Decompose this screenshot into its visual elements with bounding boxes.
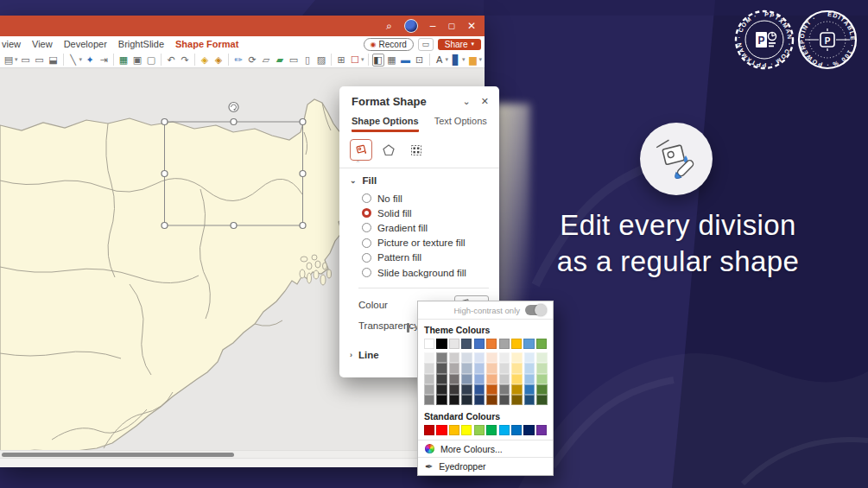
color-swatch[interactable] (511, 339, 522, 349)
color-swatch[interactable] (436, 363, 447, 373)
align-objects-icon[interactable]: ✦ (84, 54, 96, 67)
high-contrast-toggle[interactable] (525, 305, 546, 315)
color-swatch[interactable] (449, 352, 459, 363)
screenshot-icon[interactable]: ⬓ (48, 54, 60, 67)
color-swatch[interactable] (499, 374, 510, 384)
color-swatch[interactable] (474, 384, 485, 395)
minimize-icon[interactable]: – (430, 21, 436, 31)
menu-tab-developer[interactable]: Developer (64, 39, 107, 49)
color-swatch[interactable] (486, 374, 497, 384)
color-swatch[interactable] (524, 384, 535, 395)
share-button[interactable]: Share▾ (438, 39, 481, 50)
picture-frame-icon[interactable]: ▭ (34, 54, 46, 67)
reset-icon[interactable]: ⟳ (246, 54, 258, 67)
distribute-icon[interactable]: ⇥ (98, 54, 110, 67)
color-swatch[interactable] (511, 384, 522, 395)
group-icon[interactable]: ◈ (199, 54, 211, 67)
fill-option-gradient-fill[interactable]: Gradient fill (339, 220, 499, 235)
color-swatch[interactable] (474, 363, 485, 373)
color-swatch[interactable] (461, 339, 472, 349)
color-swatch[interactable] (436, 352, 447, 363)
color-swatch[interactable] (511, 425, 522, 435)
phone-icon[interactable]: ▯ (301, 54, 314, 67)
color-swatch[interactable] (499, 395, 510, 405)
color-swatch[interactable] (511, 363, 522, 373)
horizontal-scrollbar[interactable] (0, 450, 485, 458)
chevron-down-icon[interactable]: ▾ (462, 56, 466, 63)
restore-icon[interactable]: ▢ (447, 22, 455, 30)
color-swatch[interactable] (424, 425, 434, 435)
color-swatch[interactable] (499, 363, 510, 373)
color-swatch[interactable] (474, 425, 485, 435)
color-swatch[interactable] (436, 384, 447, 395)
search-icon[interactable]: ⌕ (386, 21, 392, 31)
color-swatch[interactable] (486, 352, 497, 363)
color-swatch[interactable] (461, 425, 472, 435)
color-swatch[interactable] (536, 395, 547, 405)
chevron-down-icon[interactable]: ▾ (446, 56, 449, 63)
color-swatch[interactable] (474, 395, 485, 405)
format-painter-icon[interactable]: ✏ (232, 54, 244, 67)
color-swatch[interactable] (436, 425, 447, 435)
color-swatch[interactable] (523, 339, 534, 349)
fill-line-category-button[interactable] (350, 139, 372, 161)
color-swatch[interactable] (449, 384, 459, 395)
fill-section-header[interactable]: ⌄ Fill (339, 168, 499, 189)
flip-icon[interactable]: ↶ (165, 54, 177, 67)
rotate-icon[interactable]: ↷ (179, 54, 191, 67)
color-swatch[interactable] (536, 425, 547, 435)
color-swatch[interactable] (436, 395, 447, 405)
color-swatch[interactable] (461, 352, 472, 363)
chevron-down-icon[interactable]: ▾ (479, 56, 483, 63)
color-swatch[interactable] (424, 363, 434, 373)
color-swatch[interactable] (486, 384, 497, 395)
monitor-icon[interactable]: ▬ (400, 54, 412, 67)
panel-layout-icon[interactable]: ◧ (372, 54, 384, 67)
color-swatch[interactable] (536, 352, 547, 363)
image-alt-icon[interactable]: ▨ (315, 54, 327, 67)
color-swatch[interactable] (499, 339, 510, 349)
placeholder-icon[interactable]: ▤ (3, 54, 15, 67)
effects-category-button[interactable] (377, 139, 400, 161)
color-swatch[interactable] (536, 374, 547, 384)
color-swatch[interactable] (449, 339, 459, 349)
color-swatch[interactable] (486, 363, 497, 373)
color-swatch[interactable] (524, 352, 535, 363)
color-swatch[interactable] (424, 374, 434, 384)
color-swatch[interactable] (474, 339, 485, 349)
grid-layout-icon[interactable]: ▦ (386, 54, 398, 67)
chevron-down-icon[interactable]: ▾ (361, 56, 364, 63)
eraser-icon[interactable]: ▰ (274, 54, 286, 67)
color-swatch[interactable] (424, 352, 434, 363)
color-swatch[interactable] (461, 363, 472, 373)
color-swatch[interactable] (461, 374, 472, 384)
fill-option-picture-or-texture-fill[interactable]: Picture or texture fill (339, 236, 499, 250)
ungroup-icon[interactable]: ◈ (212, 54, 225, 67)
comments-button[interactable]: ▭ (418, 38, 434, 51)
panel-close-icon[interactable]: ✕ (481, 96, 489, 107)
smartart-icon[interactable]: ⊞ (335, 54, 347, 67)
color-swatch[interactable] (524, 374, 535, 384)
transparency-slider-thumb[interactable] (407, 323, 409, 333)
color-swatch[interactable] (499, 384, 510, 395)
color-swatch[interactable] (511, 352, 522, 363)
fill-option-slide-background-fill[interactable]: Slide background fill (339, 265, 499, 280)
color-swatch[interactable] (524, 363, 535, 373)
menu-tab-brightslide[interactable]: BrightSlide (118, 39, 164, 49)
font-color-icon[interactable]: A (434, 54, 446, 67)
color-swatch[interactable] (536, 339, 547, 349)
lock-icon[interactable]: ▣ (131, 54, 143, 67)
color-swatch[interactable] (536, 384, 547, 395)
eyedropper-item[interactable]: ✒ Eyedropper (418, 457, 553, 475)
color-swatch[interactable] (486, 425, 497, 435)
color-swatch[interactable] (511, 374, 522, 384)
unlock-icon[interactable]: ▢ (145, 54, 157, 67)
projector-icon[interactable]: ⊡ (414, 54, 426, 67)
color-swatch[interactable] (436, 374, 447, 384)
color-swatch[interactable] (461, 384, 472, 395)
highlight-icon[interactable]: ▆ (467, 54, 479, 67)
horizontal-scrollbar-thumb[interactable] (2, 453, 234, 457)
fill-option-no-fill[interactable]: No fill (339, 191, 499, 206)
color-swatch[interactable] (511, 395, 522, 405)
chevron-down-icon[interactable]: ▾ (15, 56, 18, 63)
